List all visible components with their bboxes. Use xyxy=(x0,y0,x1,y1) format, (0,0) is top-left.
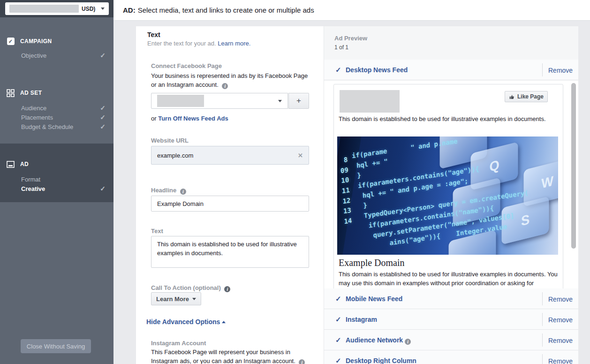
instagram-account-label: Instagram Account xyxy=(151,340,206,347)
remove-button[interactable]: Remove xyxy=(548,67,573,74)
info-icon[interactable]: i xyxy=(224,286,230,292)
sidebar-section-label: AD SET xyxy=(20,90,42,96)
check-icon: ✓ xyxy=(335,336,341,344)
sidebar-section-ad: AD xyxy=(0,159,113,169)
step-prefix: AD: xyxy=(123,6,136,14)
placement-row-instagram[interactable]: ✓ Instagram Remove xyxy=(324,309,578,330)
placement-row-mobile-news-feed[interactable]: ✓ Mobile News Feed Remove xyxy=(324,288,578,309)
chevron-down-icon xyxy=(278,100,282,102)
description-text: Your business is represented in ads by i… xyxy=(151,72,308,88)
divider xyxy=(542,334,543,347)
description-text: This Facebook Page will represent your b… xyxy=(151,349,295,364)
sidebar-item-label: Audience xyxy=(0,105,46,112)
sidebar-section-label: AD xyxy=(20,161,29,167)
sidebar-item-label: Objective xyxy=(0,52,46,59)
facebook-page-select[interactable] xyxy=(151,93,288,109)
divider xyxy=(542,313,543,326)
check-icon: ✓ xyxy=(100,114,106,121)
close-without-saving-button[interactable]: Close Without Saving xyxy=(21,339,91,353)
placement-label: Instagram xyxy=(346,316,377,323)
sidebar-section-campaign: ✓ CAMPAIGN xyxy=(0,37,113,46)
headline-input[interactable] xyxy=(151,196,309,212)
text-label: Text xyxy=(151,228,163,235)
info-icon[interactable]: i xyxy=(299,359,305,364)
ad-link-description: This domain is established to be used fo… xyxy=(339,270,558,288)
sidebar-ad-section-band xyxy=(0,144,113,202)
page-title: Select media, text and links to create o… xyxy=(138,6,314,14)
check-icon: ✓ xyxy=(100,123,106,130)
preview-viewport: Like Page This domain is established to … xyxy=(324,81,578,288)
clear-icon[interactable]: ✕ xyxy=(298,152,303,159)
like-page-label: Like Page xyxy=(517,93,544,100)
instagram-account-description: This Facebook Page will represent your b… xyxy=(151,348,315,364)
placement-label: Desktop Right Column xyxy=(346,357,416,364)
info-icon[interactable]: i xyxy=(180,189,186,195)
ad-card-icon xyxy=(7,160,15,168)
learn-more-link[interactable]: Learn more. xyxy=(218,40,250,47)
account-selector[interactable]: USD) xyxy=(5,2,109,15)
ad-creative-form: Text Enter the text for your ad. Learn m… xyxy=(136,26,324,364)
website-url-label: Website URL xyxy=(151,137,189,144)
preview-scrollbar-thumb[interactable] xyxy=(571,83,576,249)
sidebar-item-label: Placements xyxy=(0,114,53,121)
remove-button[interactable]: Remove xyxy=(548,357,573,364)
check-icon: ✓ xyxy=(100,185,106,192)
check-icon: ✓ xyxy=(335,295,341,303)
sidebar-section-adset: AD SET xyxy=(0,88,113,98)
campaign-checkbox-icon: ✓ xyxy=(7,38,15,46)
placement-row-desktop-news-feed[interactable]: ✓ Desktop News Feed Remove xyxy=(324,60,578,80)
facebook-page-select-row: + xyxy=(151,93,309,109)
chevron-down-icon xyxy=(192,298,196,300)
or-text: or xyxy=(151,115,157,122)
sidebar-item-creative[interactable]: Creative ✓ xyxy=(0,184,113,193)
headline-label: Headline i xyxy=(151,187,186,195)
placement-row-audience-network[interactable]: ✓ Audience Networki Remove xyxy=(324,330,578,350)
placement-label: Audience Networki xyxy=(346,336,411,345)
chevron-up-icon xyxy=(222,321,226,323)
info-icon[interactable]: i xyxy=(222,83,228,89)
remove-button[interactable]: Remove xyxy=(548,337,573,344)
thumbs-up-icon xyxy=(509,94,515,100)
account-name-redacted xyxy=(9,5,79,13)
info-icon[interactable]: i xyxy=(405,339,411,345)
divider xyxy=(542,63,543,76)
turn-off-row: or Turn Off News Feed Ads xyxy=(151,114,228,123)
sidebar-item-audience[interactable]: Audience ✓ xyxy=(0,103,113,113)
ad-intro-text: This domain is established to be used fo… xyxy=(339,114,550,124)
website-url-field[interactable]: example.com ✕ xyxy=(151,146,309,165)
ad-text-textarea[interactable]: This domain is established to be used fo… xyxy=(151,236,309,268)
sidebar-topbar: USD) xyxy=(0,0,113,17)
sidebar-item-label: Budget & Schedule xyxy=(0,123,73,130)
page-header: AD:Select media, text and links to creat… xyxy=(113,0,590,21)
placement-row-desktop-right-column[interactable]: ✓ Desktop Right Column Remove xyxy=(324,350,578,364)
remove-button[interactable]: Remove xyxy=(548,316,573,324)
ad-preview-title: Ad Preview xyxy=(334,35,367,42)
check-icon: ✓ xyxy=(335,315,341,324)
placement-label: Mobile News Feed xyxy=(346,295,402,303)
placement-label: Desktop News Feed xyxy=(346,66,408,74)
sidebar-item-label: Creative xyxy=(0,185,45,192)
hide-advanced-options-toggle[interactable]: Hide Advanced Options xyxy=(146,318,226,326)
add-page-button[interactable]: + xyxy=(288,93,309,109)
ad-image-code-keyboard-photo: Q W S 8 09 10 11 12 13 14 if(parame " an… xyxy=(337,136,558,255)
sidebar: USD) ✓ CAMPAIGN Objective ✓ AD SET Audie… xyxy=(0,0,113,364)
cta-dropdown[interactable]: Learn More xyxy=(151,292,201,305)
ad-preview-count: 1 of 1 xyxy=(334,44,348,51)
website-url-value: example.com xyxy=(157,152,193,159)
ad-preview-card: Like Page This domain is established to … xyxy=(333,84,563,288)
chevron-down-icon xyxy=(101,8,105,10)
sidebar-item-placements[interactable]: Placements ✓ xyxy=(0,113,113,122)
cta-label: Call To Action (optional) i xyxy=(151,284,230,292)
sidebar-item-objective[interactable]: Objective ✓ xyxy=(0,51,113,60)
check-icon: ✓ xyxy=(335,66,341,74)
sidebar-item-format[interactable]: Format xyxy=(0,174,113,184)
turn-off-news-feed-ads-link[interactable]: Turn Off News Feed Ads xyxy=(158,115,228,122)
connect-page-description: Your business is represented in ads by i… xyxy=(151,72,313,90)
sidebar-item-budget-schedule[interactable]: Budget & Schedule ✓ xyxy=(0,122,113,131)
like-page-button[interactable]: Like Page xyxy=(505,91,548,102)
adset-grid-icon xyxy=(7,89,15,97)
check-icon: ✓ xyxy=(335,356,341,364)
remove-button[interactable]: Remove xyxy=(548,296,573,303)
page-name-redacted xyxy=(157,95,204,107)
ad-preview-panel: Ad Preview 1 of 1 ✓ Desktop News Feed Re… xyxy=(324,26,578,364)
